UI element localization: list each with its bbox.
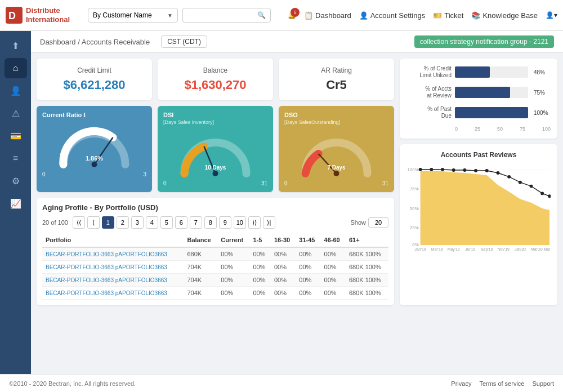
sidebar-item-user[interactable]: 👤 — [5, 81, 27, 101]
page-9-btn[interactable]: 9 — [219, 216, 231, 229]
privacy-link[interactable]: Privacy — [451, 380, 471, 387]
dropdown-label: By Customer Name — [93, 11, 152, 19]
search-input[interactable] — [187, 11, 255, 19]
svg-point-9 — [334, 171, 339, 176]
table-row[interactable]: BECAR-PORTFOLIO-3663 pAPORTFOLIO3663 680… — [42, 247, 388, 261]
logo: D Distribute International — [6, 6, 79, 24]
current: 00% — [217, 274, 249, 287]
aging-table: Portfolio Balance Current 1-5 16-30 31-4… — [42, 233, 388, 300]
first-page-btn[interactable]: ⟨⟨ — [73, 216, 85, 229]
c2: 00% — [271, 287, 296, 300]
current-ratio-gauge: 1.86% — [42, 119, 146, 170]
table-row[interactable]: BECAR-PORTFOLIO-3663 pAPORTFOLIO3663 704… — [42, 274, 388, 287]
page-4-btn[interactable]: 4 — [146, 216, 158, 229]
sidebar-item-alert[interactable]: ⚠ — [5, 103, 27, 123]
c1: 00% — [249, 261, 271, 274]
page-7-btn[interactable]: 7 — [190, 216, 202, 229]
svg-point-31 — [519, 181, 522, 184]
dso-title: DSO — [284, 112, 298, 118]
col-46-60: 46-60 — [321, 233, 346, 247]
line-chart-svg: 100% 75% 50% 25% 0% — [406, 162, 551, 252]
terms-link[interactable]: Terms of service — [479, 380, 524, 387]
user-menu-icon[interactable]: 👤▾ — [546, 11, 557, 19]
dso-card: DSO [Days SalesOutstanding] 7 Days 0 — [279, 106, 394, 192]
bar-pct: 48% — [534, 69, 551, 75]
c3: 00% — [296, 274, 320, 287]
balance: 704K — [184, 261, 218, 274]
sidebar-item-home[interactable]: ⌂ — [5, 58, 27, 78]
current: 00% — [217, 287, 249, 300]
show-count-input[interactable] — [368, 217, 388, 228]
c3: 00% — [296, 287, 320, 300]
dashboard-link[interactable]: 📋 Dashboard — [304, 11, 351, 20]
prev-page-btn[interactable]: ⟨ — [87, 216, 100, 229]
support-link[interactable]: Support — [532, 380, 554, 387]
svg-text:Mar'20: Mar'20 — [531, 247, 543, 251]
col-16-30: 16-30 — [271, 233, 296, 247]
gauge-row: Current Ratio ℹ 1.86% — [37, 106, 394, 192]
sidebar-item-credit[interactable]: 💳 — [5, 126, 27, 146]
bar-fill — [455, 66, 490, 78]
svg-point-32 — [530, 185, 533, 188]
svg-point-28 — [485, 169, 489, 172]
customer-name-dropdown[interactable]: By Customer Name ▼ — [88, 8, 178, 23]
bar-row: % of Credit Limit Utilized 48% — [406, 65, 551, 79]
bar-pct: 100% — [534, 110, 551, 116]
bar-row: % of Accts at Review 75% — [406, 86, 551, 99]
account-settings-link[interactable]: 👤 Account Settings — [359, 11, 426, 20]
balance: 704K — [184, 287, 218, 300]
ar-rating-value: Cr5 — [288, 78, 385, 92]
dsi-subtitle: [Days Sales Inventory] — [163, 119, 214, 125]
c4: 00% — [321, 287, 346, 300]
c3: 00% — [296, 247, 320, 261]
svg-text:Jul'19: Jul'19 — [465, 247, 475, 251]
info-icon[interactable]: ℹ — [83, 112, 86, 118]
dsi-card: DSI [Days Sales Inventory] 10 Days 0 — [158, 106, 273, 192]
svg-text:May'19: May'19 — [448, 247, 460, 252]
c1: 00% — [249, 247, 271, 261]
bar-fill — [455, 107, 528, 118]
sidebar-item-settings[interactable]: ⚙ — [5, 171, 27, 191]
credit-limit-card: Credit Limit $6,621,280 — [37, 59, 152, 100]
show-label: Show — [350, 219, 366, 226]
page-2-btn[interactable]: 2 — [117, 216, 129, 229]
sidebar-item-reports[interactable]: ≡ — [5, 148, 27, 168]
bar-track — [455, 66, 528, 78]
search-icon[interactable]: 🔍 — [257, 11, 266, 19]
svg-point-27 — [474, 169, 477, 172]
logo-text: Distribute International — [26, 6, 70, 24]
svg-text:Jan'19: Jan'19 — [415, 247, 426, 251]
ar-rating-card: AR Rating Cr5 — [279, 59, 394, 100]
current-ratio-card: Current Ratio ℹ 1.86% — [37, 106, 152, 192]
main-content: Dashboard / Accounts Receivable CST (CDT… — [31, 31, 563, 374]
svg-text:10 Days: 10 Days — [205, 164, 226, 171]
next-page-btn[interactable]: ⟩⟩ — [248, 216, 261, 229]
current-ratio-labels: 0 3 — [42, 171, 146, 177]
dsi-labels: 0 31 — [163, 180, 267, 186]
sidebar-item-analytics[interactable]: 📈 — [5, 193, 27, 213]
col-31-45: 31-45 — [296, 233, 320, 247]
sidebar-item-export[interactable]: ⬆ — [5, 35, 27, 56]
bar-chart-container: % of Credit Limit Utilized 48% % of Acct… — [406, 65, 551, 119]
last-page-btn[interactable]: ⟩| — [263, 216, 275, 229]
notification-bell[interactable]: 🔔 5 — [288, 11, 296, 19]
aging-card: Aging Profile - By Portfolio (USD) 20 of… — [37, 198, 394, 305]
page-8-btn[interactable]: 8 — [204, 216, 217, 229]
dso-gauge: 7 Days — [284, 128, 388, 179]
page-1-btn[interactable]: 1 — [102, 216, 114, 229]
table-row[interactable]: BECAR-PORTFOLIO-3663 pAPORTFOLIO3663 704… — [42, 261, 388, 274]
navbar: D Distribute International By Customer N… — [0, 0, 563, 31]
page-5-btn[interactable]: 5 — [160, 216, 173, 229]
ticket-link[interactable]: 🎫 Ticket — [433, 11, 463, 20]
col-portfolio: Portfolio — [42, 233, 184, 247]
c2: 00% — [271, 247, 296, 261]
page-3-btn[interactable]: 3 — [131, 216, 144, 229]
ticket-icon: 🎫 — [433, 11, 442, 20]
page-6-btn[interactable]: 6 — [175, 216, 187, 229]
copyright: ©2010 - 2020 Bectran, Inc. All rights re… — [9, 380, 136, 387]
table-row[interactable]: BECAR-PORTFOLIO-3663 pAPORTFOLIO3663 704… — [42, 287, 388, 300]
c4: 00% — [321, 261, 346, 274]
page-10-btn[interactable]: 10 — [234, 216, 246, 229]
knowledge-base-link[interactable]: 📚 Knowledge Base — [471, 11, 538, 20]
account-icon: 👤 — [359, 11, 368, 20]
